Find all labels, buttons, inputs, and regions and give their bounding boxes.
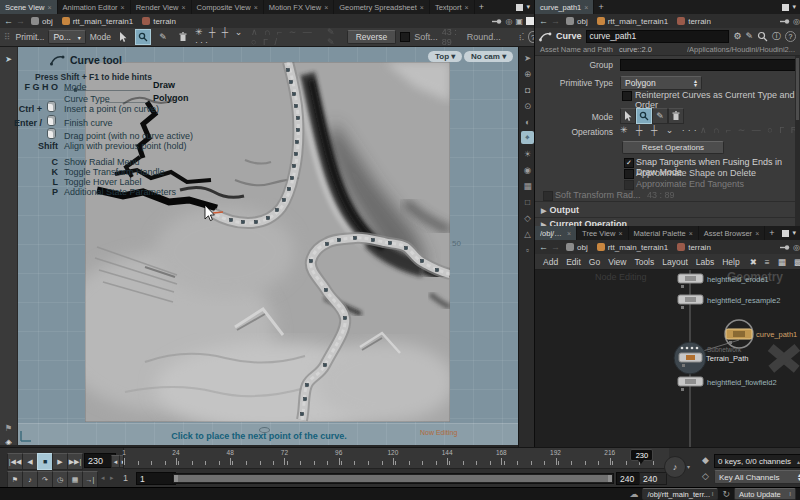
close-icon[interactable]: × xyxy=(584,4,588,11)
mode-draw-icon[interactable] xyxy=(636,108,652,124)
tab-asset-browser[interactable]: Asset Browser× xyxy=(699,226,765,240)
menu-tools[interactable]: Tools xyxy=(634,257,654,267)
snap-frame-icon[interactable]: →| xyxy=(82,471,98,488)
tab-animation-editor[interactable]: Animation Editor× xyxy=(58,0,131,14)
pin-icon[interactable] xyxy=(780,17,790,26)
pane-menu-icon[interactable]: ▾ xyxy=(526,3,530,11)
menu-edit[interactable]: Edit xyxy=(566,257,581,267)
camera-pill[interactable]: No cam ▾ xyxy=(464,51,513,62)
tab-textport[interactable]: Textport× xyxy=(430,0,475,14)
tab-material-palette[interactable]: Material Palette× xyxy=(629,226,699,240)
soft-checkbox[interactable] xyxy=(400,32,410,42)
breadcrumb-root[interactable]: obj xyxy=(28,17,56,26)
menu-labs[interactable]: Labs xyxy=(696,257,714,267)
recook-icon[interactable]: ↻ xyxy=(722,489,730,499)
tab-network-editor[interactable]: /obj/rtt_main_terrain1/te...× xyxy=(535,226,577,240)
key-scope-icon[interactable]: ◇ xyxy=(702,471,709,481)
close-icon[interactable]: × xyxy=(689,230,693,237)
close-icon[interactable]: × xyxy=(254,4,258,11)
stop-button[interactable]: ■ xyxy=(37,453,53,470)
keyframe-icon[interactable]: ◆ xyxy=(702,455,709,465)
context-path-dropdown[interactable]: /obj/rtt_main_terr...⁞ xyxy=(642,488,718,500)
forward-icon[interactable]: → xyxy=(551,243,560,252)
lookat-icon[interactable]: ⊙ xyxy=(521,99,534,112)
mode-pen-icon[interactable]: ✎ xyxy=(652,108,668,124)
shade-mode-icon[interactable]: ▣ xyxy=(515,17,523,26)
magnifier-icon[interactable] xyxy=(757,31,768,42)
network-canvas[interactable]: Node Editing Geometry heightfield_erode1… xyxy=(535,270,800,447)
snap-tangents-checkbox[interactable]: ✓ xyxy=(624,158,634,168)
group-input[interactable] xyxy=(620,59,796,71)
pin-icon[interactable] xyxy=(492,17,502,26)
grid-icon[interactable]: ▩ xyxy=(794,257,800,267)
close-icon[interactable]: × xyxy=(755,230,759,237)
tools-icon[interactable]: ✖ xyxy=(750,257,757,267)
forward-icon[interactable]: → xyxy=(551,17,560,26)
select-tool-icon[interactable] xyxy=(115,29,131,45)
pen-tool-icon[interactable]: ✎ xyxy=(155,29,171,45)
breadcrumb-node[interactable]: terrain xyxy=(674,17,714,26)
pane-maximize-icon[interactable] xyxy=(782,230,789,237)
tab-composite-view[interactable]: Composite View× xyxy=(192,0,264,14)
snapshot-icon[interactable] xyxy=(526,17,534,25)
close-icon[interactable]: × xyxy=(465,4,469,11)
snap-icon[interactable]: ⊕ xyxy=(521,67,534,80)
tab-curve-path1[interactable]: curve_path1× xyxy=(535,0,594,14)
mode-select-icon[interactable] xyxy=(620,108,636,124)
menu-view[interactable]: View xyxy=(608,257,626,267)
close-icon[interactable]: × xyxy=(420,4,424,11)
shade-icon[interactable]: ◐ xyxy=(521,115,534,128)
breadcrumb-node[interactable]: terrain xyxy=(674,243,714,252)
node-name-input[interactable]: curve_path1 xyxy=(586,30,730,43)
pane-menu-icon[interactable]: ▾ xyxy=(792,3,796,11)
points-dropdown[interactable]: Po...▾ xyxy=(48,30,85,44)
breadcrumb-network[interactable]: rtt_main_terrain1 xyxy=(59,17,136,26)
node-label[interactable]: Terrain_Path xyxy=(706,354,749,363)
tab-scene-view[interactable]: Scene View× xyxy=(0,0,58,14)
reinterpret-checkbox[interactable] xyxy=(622,91,632,101)
close-icon[interactable]: × xyxy=(182,4,186,11)
pane-menu-icon[interactable]: ▾ xyxy=(792,229,796,237)
close-icon[interactable]: × xyxy=(567,230,571,237)
grid-solid-icon[interactable]: ▦ xyxy=(778,257,786,267)
breadcrumb-network[interactable]: rtt_main_terrain1 xyxy=(594,243,671,252)
link-icon[interactable]: ◎ xyxy=(793,17,800,26)
reset-operations-button[interactable]: Reset Operations xyxy=(622,141,724,154)
audio-options-button[interactable]: ♪ xyxy=(664,456,686,478)
tab-motion-fx-view[interactable]: Motion FX View× xyxy=(264,0,334,14)
breadcrumb-root[interactable]: obj xyxy=(563,17,591,26)
menu-layout[interactable]: Layout xyxy=(662,257,688,267)
new-tab-button[interactable]: + xyxy=(475,0,488,14)
link-icon[interactable]: ◎ xyxy=(793,243,800,252)
cook-mode-icon[interactable]: ☁ xyxy=(629,489,638,499)
toolbar-grip[interactable]: ⠿ xyxy=(4,32,12,42)
output-section-header[interactable]: ▶Output xyxy=(541,205,579,215)
forward-icon[interactable]: → xyxy=(16,17,25,26)
clock-icon[interactable]: ◷ xyxy=(52,471,68,488)
new-tab-button[interactable]: + xyxy=(594,0,607,14)
type-slider[interactable] xyxy=(105,102,150,103)
mode-slider-knob[interactable] xyxy=(74,88,77,92)
close-icon[interactable]: × xyxy=(324,4,328,11)
back-icon[interactable]: ← xyxy=(539,243,548,252)
range-prev-icon[interactable]: ◂ xyxy=(101,474,105,482)
frame-icon[interactable]: □ xyxy=(521,195,534,208)
tab-geometry-spreadsheet[interactable]: Geometry Spreadsheet× xyxy=(334,0,430,14)
node-label[interactable]: heightfield_resample2 xyxy=(707,296,780,305)
pin-icon[interactable] xyxy=(780,243,790,252)
brush-icon[interactable]: ✎ xyxy=(745,31,753,41)
dope-sheet-icon[interactable]: ▦ xyxy=(67,471,83,488)
range-end-field-2[interactable]: 240 xyxy=(639,472,667,485)
node-label[interactable]: heightfield_erode1 xyxy=(707,275,769,284)
range-next-icon[interactable]: ▸ xyxy=(110,474,114,482)
camera-lock-icon[interactable]: △ xyxy=(521,227,534,240)
operation-icons[interactable]: ✳ ┼ ┼ ⌄ ··· xyxy=(195,27,247,47)
breadcrumb-root[interactable]: obj xyxy=(563,243,591,252)
breadcrumb-network[interactable]: rtt_main_terrain1 xyxy=(594,17,671,26)
range-slider[interactable] xyxy=(172,473,614,484)
close-icon[interactable]: × xyxy=(618,230,622,237)
play-button[interactable]: ▶ xyxy=(52,453,68,470)
timeline-ruler[interactable]: 124487296120144168192216230 xyxy=(123,448,669,469)
reverse-button[interactable]: Reverse xyxy=(347,30,397,44)
mode-delete-icon[interactable] xyxy=(668,108,684,124)
